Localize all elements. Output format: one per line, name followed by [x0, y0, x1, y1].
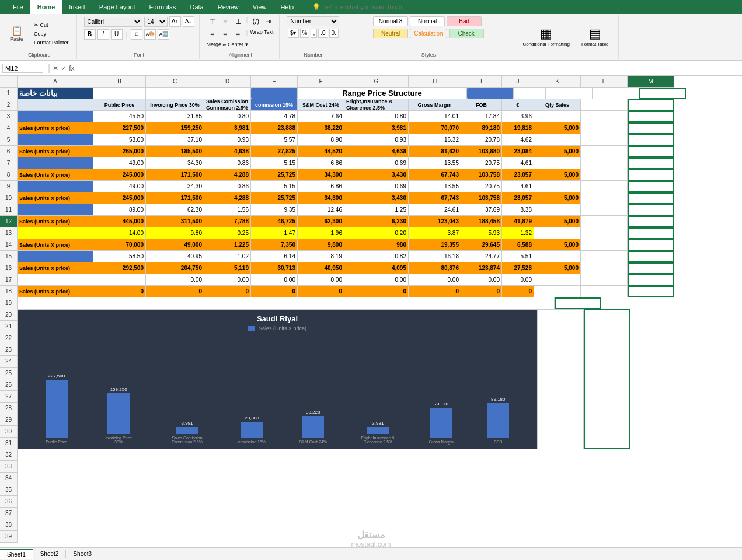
cell-m14[interactable]: [628, 239, 674, 251]
font-increase-button[interactable]: A↑: [169, 16, 181, 27]
cell-k8[interactable]: 5,000: [534, 169, 581, 181]
cell-f17[interactable]: 0.00: [298, 274, 344, 286]
cell-reference-box[interactable]: [2, 64, 43, 73]
cell-l8[interactable]: [581, 169, 628, 181]
cell-f8[interactable]: 34,300: [298, 169, 344, 181]
cell-b17[interactable]: [93, 274, 146, 286]
cell-e17[interactable]: 0.00: [251, 274, 298, 286]
cell-a13[interactable]: [18, 228, 93, 239]
cell-a7[interactable]: [18, 158, 93, 169]
cell-i16[interactable]: 123,874: [461, 262, 502, 274]
cell-m11[interactable]: [628, 204, 674, 216]
cell-j8[interactable]: 23,057: [502, 169, 534, 181]
cell-b5[interactable]: 53.00: [93, 134, 146, 146]
cell-m1[interactable]: [639, 88, 686, 99]
cell-c15[interactable]: 40.95: [146, 251, 204, 262]
cell-m19[interactable]: [555, 298, 601, 309]
cell-a9[interactable]: [18, 181, 93, 192]
cell-g8[interactable]: 3,430: [344, 169, 409, 181]
cell-b9[interactable]: 49.00: [93, 181, 146, 192]
cell-d3[interactable]: 0.80: [204, 111, 251, 123]
cell-f11[interactable]: 12.46: [298, 204, 344, 216]
cell-e7[interactable]: 5.15: [251, 158, 298, 169]
cell-h17[interactable]: 0.00: [409, 274, 461, 286]
cell-h14[interactable]: 19,355: [409, 239, 461, 251]
cell-a3[interactable]: [18, 111, 93, 123]
cell-g10[interactable]: 3,430: [344, 192, 409, 204]
conditional-formatting-button[interactable]: ▦ Conditional Formatting: [517, 23, 574, 50]
font-name-select[interactable]: Calibri: [84, 17, 142, 27]
cell-a10[interactable]: Sales (Units X price): [18, 192, 93, 204]
cell-m12-selected[interactable]: [628, 216, 674, 228]
font-size-select[interactable]: 14: [144, 17, 168, 27]
tab-file[interactable]: File: [6, 0, 30, 14]
comma-button[interactable]: ,: [311, 29, 317, 38]
cell-e2[interactable]: comission 15%: [251, 99, 298, 111]
cell-k4[interactable]: 5,000: [534, 123, 581, 134]
cell-d4[interactable]: 3,981: [204, 123, 251, 134]
cell-d10[interactable]: 4,288: [204, 192, 251, 204]
cell-k5[interactable]: [534, 134, 581, 146]
tell-me-box[interactable]: 💡: [301, 0, 736, 14]
currency-button[interactable]: $▾: [288, 29, 299, 38]
cell-k15[interactable]: [534, 251, 581, 262]
cell-m2[interactable]: [628, 99, 674, 111]
text-angle-button[interactable]: ⟨/⟩: [250, 16, 262, 27]
cell-f3[interactable]: 7.64: [298, 111, 344, 123]
cell-k12[interactable]: 5,000: [534, 216, 581, 228]
cell-g12[interactable]: 6,230: [344, 216, 409, 228]
cell-d1[interactable]: [204, 88, 251, 99]
neutral-style[interactable]: Neutral: [373, 29, 408, 38]
cell-b10[interactable]: 245,000: [93, 192, 146, 204]
cell-d13[interactable]: 0.25: [204, 228, 251, 239]
cell-f2[interactable]: S&M Cost 24%: [298, 99, 344, 111]
cell-h4[interactable]: 70,070: [409, 123, 461, 134]
cell-j7[interactable]: 4.61: [502, 158, 534, 169]
cell-i6[interactable]: 103,880: [461, 146, 502, 158]
normal-8-style[interactable]: Normal 8: [373, 16, 408, 26]
cell-e16[interactable]: 30,713: [251, 262, 298, 274]
cell-j2[interactable]: €: [502, 99, 534, 111]
cell-k11[interactable]: [534, 204, 581, 216]
cell-g13[interactable]: 0.20: [344, 228, 409, 239]
align-center-button[interactable]: ≡: [220, 29, 231, 40]
align-right-button[interactable]: ≡: [232, 29, 244, 40]
cell-d16[interactable]: 5,119: [204, 262, 251, 274]
cell-h11[interactable]: 24.61: [409, 204, 461, 216]
cell-m-chart[interactable]: [584, 309, 630, 449]
cell-k10[interactable]: 5,000: [534, 192, 581, 204]
border-button[interactable]: ⊞: [131, 29, 142, 40]
italic-button[interactable]: I: [97, 29, 109, 40]
cell-i8[interactable]: 103,758: [461, 169, 502, 181]
cell-e14[interactable]: 7,350: [251, 239, 298, 251]
cell-l14[interactable]: [581, 239, 628, 251]
cell-e10[interactable]: 25,725: [251, 192, 298, 204]
cell-l17[interactable]: [581, 274, 628, 286]
cell-h15[interactable]: 16.18: [409, 251, 461, 262]
bad-style[interactable]: Bad: [447, 16, 482, 26]
percent-button[interactable]: %: [300, 29, 310, 38]
cell-i9[interactable]: 20.75: [461, 181, 502, 192]
cell-f9[interactable]: 6.86: [298, 181, 344, 192]
align-left-button[interactable]: ≡: [207, 29, 218, 40]
cell-l5[interactable]: [581, 134, 628, 146]
cell-g17[interactable]: 0.00: [344, 274, 409, 286]
cell-b1[interactable]: [93, 88, 146, 99]
cell-j13[interactable]: 1.32: [502, 228, 534, 239]
cell-m3[interactable]: [628, 111, 674, 123]
cell-d2[interactable]: Sales Comission Commision 2.5%: [204, 99, 251, 111]
cell-d6[interactable]: 4,638: [204, 146, 251, 158]
cell-b2[interactable]: Public Price: [93, 99, 146, 111]
cell-h2[interactable]: Gross Margin: [409, 99, 461, 111]
cell-c5[interactable]: 37.10: [146, 134, 204, 146]
cell-m5[interactable]: [628, 134, 674, 146]
cell-g7[interactable]: 0.69: [344, 158, 409, 169]
cell-k6[interactable]: 5,000: [534, 146, 581, 158]
cell-m16[interactable]: [628, 262, 674, 274]
cell-h3[interactable]: 14.01: [409, 111, 461, 123]
decimal-increase-button[interactable]: .0: [318, 29, 328, 38]
cell-f5[interactable]: 8.90: [298, 134, 344, 146]
check-style[interactable]: Check: [449, 29, 484, 38]
cell-d7[interactable]: 0.86: [204, 158, 251, 169]
cell-e3[interactable]: 4.78: [251, 111, 298, 123]
